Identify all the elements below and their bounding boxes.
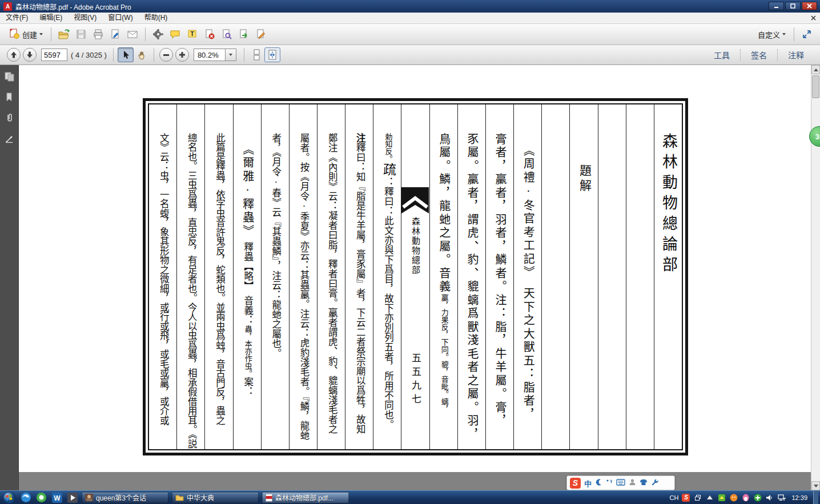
delete-pages-button[interactable]	[201, 26, 218, 42]
scrollbar-thumb[interactable]	[812, 75, 819, 98]
minimize-button[interactable]	[769, 2, 784, 10]
browser2-icon[interactable]	[35, 491, 47, 503]
title-bar: A 森林动物總部.pdf - Adobe Acrobat Pro	[0, 0, 820, 13]
page-column-4: 題解	[569, 104, 597, 449]
text-run: 臝，力果反，下同。貔，音毗。螭，	[440, 294, 449, 413]
browser-icon[interactable]	[20, 491, 32, 503]
window-title: 森林动物總部.pdf - Adobe Acrobat Pro	[15, 2, 131, 11]
page-column-14: 屬者。按《月令·季夏》亦云：其蟲臝。注云：虎豹淺毛者。『鱗，龍虵之屬』	[289, 104, 317, 449]
export-button[interactable]	[235, 26, 252, 42]
scroll-up-button[interactable]	[811, 65, 820, 74]
ime-language-icon[interactable]: 中	[584, 478, 592, 489]
tray-app1-icon[interactable]	[717, 493, 726, 502]
page-column-13: 鄭注《內則》云：凝者曰脂，釋者曰膏。臝者謂虎、豹、貔螭淺毛者之	[317, 104, 345, 449]
page-column-15: 者，《月令·春》云『其蟲鱗』，注云：龍虵之屬也。	[261, 104, 289, 449]
save-button[interactable]	[73, 26, 90, 42]
close-button[interactable]	[802, 2, 817, 10]
next-page-button[interactable]	[23, 48, 37, 62]
zoom-level-value[interactable]: 80.2%	[194, 49, 226, 61]
pdf-page: 森林動物總論部題解《周禮·冬官考工記》 天下之大獸五：脂者，膏者，臝者，羽者，鱗…	[19, 65, 811, 472]
taskbar-window-folder[interactable]: 中华大典	[172, 492, 259, 503]
text-run: 注	[355, 133, 365, 143]
menu-item[interactable]: 视图(V)	[68, 13, 102, 23]
folder-icon	[175, 494, 184, 501]
create-button[interactable]: 创建	[5, 26, 47, 42]
taskbar-window-pdf[interactable]: 森林动物總部.pdf...	[262, 492, 349, 503]
expand-window-icon[interactable]	[798, 26, 815, 42]
page-number-input[interactable]	[41, 49, 67, 61]
tray-language-indicator[interactable]: CH	[670, 494, 679, 501]
menu-item[interactable]: 帮助(H)	[139, 13, 174, 23]
page-column-5	[541, 104, 569, 449]
acrobat-app-icon: A	[3, 2, 12, 11]
page-thumbnails-icon[interactable]	[2, 70, 16, 83]
ime-fullhalf-moon-icon[interactable]	[595, 478, 602, 488]
scrolling-mode-button[interactable]	[248, 47, 264, 62]
page-column-8: 豕屬。臝者，謂虎、豹、貔螭爲獸淺毛者之屬。羽，	[457, 104, 485, 449]
menu-item[interactable]: 窗口(W)	[102, 13, 138, 23]
sogou-logo-icon[interactable]: S	[570, 478, 581, 489]
hand-tool-button[interactable]	[134, 47, 150, 62]
media-player-icon[interactable]	[66, 491, 78, 503]
page-column-9: 鳥屬。鱗，龍虵之屬。音義臝，力果反，下同。貔，音毗。螭，	[429, 104, 457, 449]
page-count-indicator: ( 4 / 3025 )	[71, 51, 107, 59]
ime-soft-keyboard-icon[interactable]	[616, 478, 625, 488]
svg-text:W: W	[54, 494, 61, 502]
ime-skin-shirt-icon[interactable]	[640, 478, 648, 488]
ime-account-icon[interactable]	[629, 478, 636, 488]
panel-tab-工具[interactable]: 工具	[704, 49, 740, 61]
sign-button[interactable]	[107, 26, 124, 42]
scanned-page-frame: 森林動物總論部題解《周禮·冬官考工記》 天下之大獸五：脂者，膏者，臝者，羽者，鱗…	[143, 98, 688, 455]
wps-icon[interactable]: W	[51, 491, 63, 503]
attachments-paperclip-icon[interactable]	[2, 111, 16, 124]
zoom-in-button[interactable]	[175, 48, 189, 62]
acrobat-window: { "window": { "title": "森林动物總部.pdf - Ado…	[0, 0, 820, 504]
ime-settings-wrench-icon[interactable]	[651, 478, 658, 488]
customize-button[interactable]: 自定义	[754, 26, 790, 42]
taskbar-window-queen[interactable]: queen第3个会话	[82, 492, 168, 503]
maximize-button[interactable]	[785, 2, 801, 10]
email-button[interactable]	[124, 26, 141, 42]
edit-document-button[interactable]	[252, 26, 270, 42]
text-run: 案：	[243, 377, 254, 396]
print-button[interactable]	[90, 26, 107, 42]
zoom-level-dropdown[interactable]	[226, 49, 236, 61]
menu-item[interactable]: 文件(F)	[0, 13, 34, 23]
previous-page-button[interactable]	[7, 48, 21, 62]
tray-restore-window-icon[interactable]	[693, 493, 702, 502]
tray-sogou-icon[interactable]: S	[682, 494, 690, 502]
text-run: 疏	[381, 163, 395, 177]
open-button[interactable]	[55, 26, 73, 42]
scroll-down-button[interactable]	[811, 481, 820, 490]
menu-item[interactable]: 编辑(E)	[34, 13, 68, 23]
show-desktop-button[interactable]	[813, 491, 818, 504]
panel-tab-签名[interactable]: 签名	[740, 49, 777, 61]
page-column-3	[598, 104, 626, 449]
tray-show-hidden-icons[interactable]	[705, 493, 714, 502]
tray-antivirus-icon[interactable]	[753, 493, 762, 502]
page-column-19: 文》云：虫，一名蝮，象其形物之微細，或行或飛，或毛或臝，或介或	[149, 104, 176, 449]
highlight-text-button[interactable]: T	[184, 26, 201, 42]
select-tool-button[interactable]	[118, 47, 134, 62]
tray-qq-icon[interactable]	[741, 493, 750, 502]
start-button[interactable]	[3, 491, 15, 504]
ime-punctuation-icon[interactable]	[606, 478, 613, 488]
zoom-out-button[interactable]	[159, 48, 173, 62]
volume-icon[interactable]	[765, 493, 774, 502]
bookmarks-icon[interactable]	[2, 90, 16, 104]
search-pages-button[interactable]	[218, 26, 235, 42]
text-run: 釋曰：知『脂是牛羊屬，膏豕屬』者，下云二者祭宗廟以爲牲，故知也。	[345, 133, 365, 434]
network-icon[interactable]	[777, 493, 786, 502]
chevron-down-icon	[782, 33, 786, 35]
page-column-17: 此篇是釋蟲，依字虫音許鬼反，蛇類也。並兩虫爲䖵，音古門反，蟲之	[204, 104, 232, 449]
taskbar-clock[interactable]: 12:39	[791, 494, 807, 501]
signature-pen-icon[interactable]	[2, 131, 16, 145]
menubar-close-icon[interactable]	[811, 14, 816, 22]
document-pane[interactable]: 森林動物總論部題解《周禮·冬官考工記》 天下之大獸五：脂者，膏者，臝者，羽者，鱗…	[19, 65, 811, 490]
tray-app2-icon[interactable]	[729, 493, 738, 502]
gear-icon[interactable]	[150, 26, 167, 42]
fold-book-title: 森林動物總部	[409, 217, 421, 275]
fit-page-button[interactable]	[264, 47, 280, 62]
panel-tab-注释[interactable]: 注释	[777, 49, 814, 61]
comment-button[interactable]	[167, 26, 184, 42]
